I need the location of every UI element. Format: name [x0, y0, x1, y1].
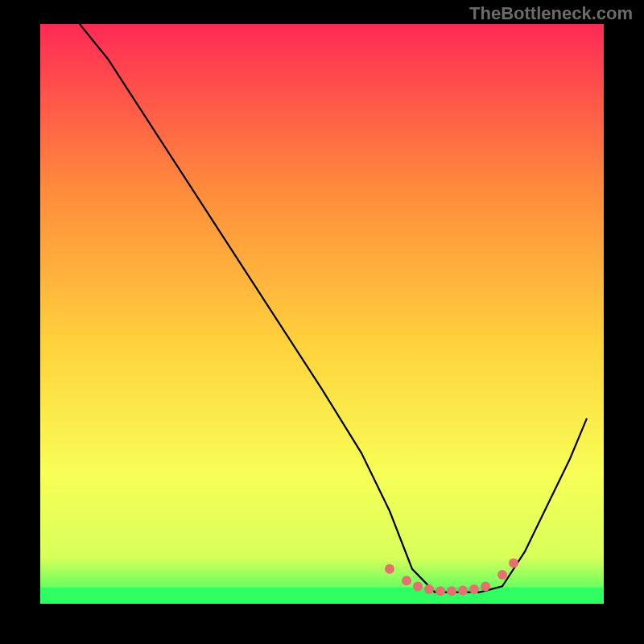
valley-dot: [458, 585, 468, 595]
valley-dot: [447, 586, 456, 596]
watermark-text: TheBottleneck.com: [469, 3, 633, 24]
valley-dot: [424, 584, 434, 594]
valley-dot: [436, 586, 445, 596]
valley-dot: [469, 584, 479, 594]
green-bottom-band: [40, 588, 604, 604]
valley-dot: [481, 581, 490, 591]
valley-dot: [509, 559, 518, 568]
valley-dot: [385, 564, 394, 574]
valley-dot: [413, 581, 423, 591]
plot-gradient-background: [40, 24, 604, 604]
bottleneck-chart: [0, 0, 644, 644]
chart-frame: { "watermark": "TheBottleneck.com", "cha…: [0, 0, 644, 644]
valley-dot: [402, 576, 411, 585]
valley-dot: [497, 570, 507, 580]
